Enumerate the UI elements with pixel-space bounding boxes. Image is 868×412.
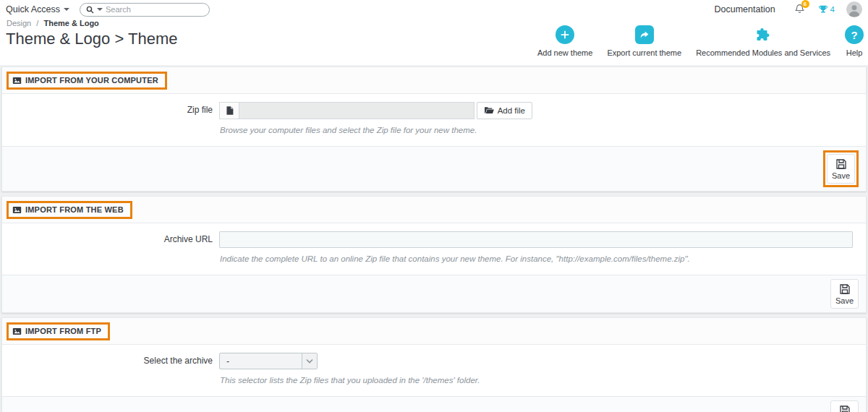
panel-heading: IMPORT FROM YOUR COMPUTER [2,67,866,94]
breadcrumb-section[interactable]: Design [7,19,31,27]
select-archive-help: This selector lists the Zip files that y… [220,376,853,385]
picture-icon [12,327,22,336]
export-current-theme-button[interactable]: Export current theme [607,25,681,57]
zip-file-input-group: Add file [219,102,532,119]
panel-footer: Save [2,396,866,412]
help-button[interactable]: ? Help [845,25,864,57]
zip-file-input[interactable] [239,102,475,119]
archive-select[interactable]: - [219,353,318,369]
puzzle-icon [754,25,773,44]
notification-badge: 6 [801,0,809,8]
archive-select-value: - [220,356,302,366]
highlight-box: IMPORT FROM YOUR COMPUTER [7,72,167,90]
help-icon: ? [845,25,864,44]
panel-body: Select the archive - This selector lists… [2,345,866,396]
save-button[interactable]: Save [830,279,859,309]
documentation-link[interactable]: Documentation [715,4,775,14]
save-icon [835,158,847,170]
plus-circle-icon [556,25,574,44]
topbar: Quick Access Documentation 6 4 [0,0,868,17]
archive-url-label: Archive URL [2,231,219,263]
page-title: Theme & Logo > Theme [6,30,177,48]
zip-file-help: Browse your computer files and select th… [220,126,853,134]
panel-heading: IMPORT FROM THE WEB [2,197,866,223]
export-arrow-icon [635,25,654,44]
panel-import-from-web: IMPORT FROM THE WEB Archive URL Indicate… [1,196,867,313]
achievement-count: 4 [830,5,835,14]
save-icon [839,405,851,412]
recommended-modules-label: Recommended Modules and Services [696,48,830,57]
folder-open-icon [484,106,494,115]
quick-access-label: Quick Access [6,4,60,14]
main-content: IMPORT FROM YOUR COMPUTER Zip file Add f… [0,65,868,412]
avatar[interactable] [846,1,862,17]
save-label: Save [835,296,854,305]
recommended-modules-button[interactable]: Recommended Modules and Services [696,25,830,57]
zip-file-label: Zip file [2,102,219,134]
panel-import-from-ftp: IMPORT FROM FTP Select the archive - Thi… [1,317,867,412]
search-input[interactable] [106,5,208,14]
highlight-box: Save [823,150,859,187]
save-button[interactable]: Save [827,154,855,184]
panel-footer: Save [2,275,866,312]
panel-title: IMPORT FROM THE WEB [25,205,124,214]
panel-body: Archive URL Indicate the complete URL to… [2,223,866,275]
archive-url-input[interactable] [219,231,853,248]
achievements-button[interactable]: 4 [818,4,835,14]
notifications-button[interactable]: 6 [794,3,805,17]
help-label: Help [846,48,863,57]
panel-title: IMPORT FROM YOUR COMPUTER [25,76,158,85]
breadcrumb-current[interactable]: Theme & Logo [43,19,98,27]
breadcrumb: Design / Theme & Logo [7,19,99,27]
app-header: Quick Access Documentation 6 4 Design / … [0,0,868,65]
add-file-button[interactable]: Add file [477,102,532,119]
picture-icon [12,205,22,215]
archive-url-help: Indicate the complete URL to an online Z… [220,254,853,263]
search-icon [86,6,94,14]
search-bar[interactable] [80,3,210,17]
panel-footer: Save [2,146,866,191]
panel-title: IMPORT FROM FTP [25,327,101,335]
add-file-label: Add file [498,106,525,115]
add-new-theme-button[interactable]: Add new theme [537,25,592,57]
picture-icon [12,76,22,85]
search-scope-chevron-icon[interactable] [97,8,103,11]
file-icon [219,102,239,119]
save-button[interactable]: Save [830,400,859,412]
save-label: Save [832,171,850,180]
panel-heading: IMPORT FROM FTP [2,318,866,345]
quick-access-menu[interactable]: Quick Access [6,4,69,14]
add-new-theme-label: Add new theme [537,48,592,57]
highlight-box: IMPORT FROM THE WEB [7,201,132,219]
breadcrumb-separator: / [36,19,38,27]
chevron-down-icon [64,8,69,11]
header-actions: Add new theme Export current theme Recom… [537,25,864,57]
trophy-icon [818,4,828,14]
select-archive-label: Select the archive [2,353,219,385]
chevron-down-icon [302,353,317,369]
export-current-theme-label: Export current theme [607,48,681,57]
highlight-box: IMPORT FROM FTP [7,322,110,340]
panel-import-from-computer: IMPORT FROM YOUR COMPUTER Zip file Add f… [1,66,867,192]
save-icon [839,283,851,295]
panel-body: Zip file Add file Browse your computer f… [2,94,866,146]
